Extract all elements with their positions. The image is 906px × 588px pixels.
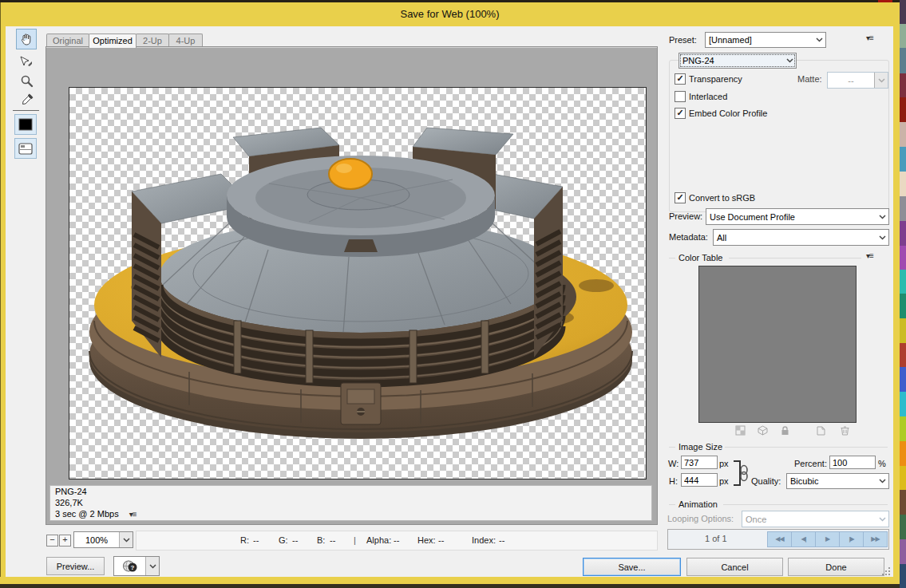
g-value: --	[292, 535, 298, 545]
percent-unit: %	[878, 459, 886, 468]
image-size-title: Image Size	[679, 442, 722, 452]
convert-srgb-label: Convert to sRGB	[689, 193, 755, 203]
map-transparency-icon[interactable]	[734, 425, 746, 436]
tab-original[interactable]: Original	[46, 34, 89, 47]
next-frame-button[interactable]: |▶	[839, 531, 864, 547]
preset-menu-icon[interactable]: ▾≡	[866, 34, 873, 42]
play-button[interactable]: ▶	[815, 531, 840, 547]
color-readout-bar: R: -- G: -- B: -- | Alpha: -- Hex: -- In…	[136, 531, 658, 551]
convert-srgb-checkbox[interactable]: ✓	[675, 192, 686, 203]
zoom-level-value: 100%	[74, 535, 119, 545]
color-table-swatch-area	[698, 266, 857, 423]
slice-select-icon	[19, 55, 34, 68]
width-input[interactable]	[681, 456, 718, 469]
chevron-down-icon	[145, 557, 159, 575]
readout-separator: |	[354, 535, 356, 545]
color-table-title: Color Table	[679, 253, 722, 262]
r-label: R:	[240, 535, 249, 545]
link-dimensions-icon[interactable]	[732, 458, 750, 490]
metadata-select[interactable]: All	[713, 229, 889, 246]
b-label: B:	[317, 535, 325, 545]
desktop-background-strip	[900, 0, 906, 588]
info-menu-icon[interactable]: ▾≡	[129, 510, 136, 519]
web-shift-icon[interactable]	[757, 425, 769, 436]
dialog-title: Save for Web (100%)	[0, 8, 900, 20]
zoom-level-select[interactable]: 100%	[73, 531, 133, 548]
b-value: --	[330, 535, 335, 545]
previous-frame-button[interactable]: ◀|	[791, 531, 816, 547]
optimized-image-canvas[interactable]	[69, 87, 647, 479]
save-button[interactable]: Save...	[583, 558, 681, 576]
matte-label: Matte:	[797, 74, 822, 84]
quality-value: Bicubic	[787, 476, 876, 486]
info-download-rate: 3 sec @ 2 Mbps	[55, 509, 119, 519]
embed-color-profile-checkbox[interactable]: ✓	[675, 108, 686, 119]
first-frame-button[interactable]: ◀◀	[767, 531, 792, 547]
chevron-down-icon	[876, 511, 888, 527]
metadata-label: Metadata:	[669, 232, 708, 242]
format-select[interactable]: PNG-24	[679, 53, 797, 69]
transparency-checkbox[interactable]: ✓	[675, 73, 686, 85]
hand-icon	[19, 32, 34, 46]
looping-options-select[interactable]: Once	[742, 511, 889, 527]
new-color-icon[interactable]	[815, 425, 827, 436]
resize-grip[interactable]	[881, 566, 891, 578]
preview-profile-select[interactable]: Use Document Profile	[706, 208, 889, 225]
hex-label: Hex:	[417, 535, 436, 545]
frame-bottom-edge	[0, 584, 900, 588]
eyedropper-tool[interactable]	[16, 90, 37, 109]
title-bar[interactable]: Save for Web (100%)	[0, 2, 900, 27]
tab-4up[interactable]: 4-Up	[168, 34, 203, 47]
zoom-tool[interactable]	[16, 71, 37, 90]
r-value: --	[253, 535, 259, 545]
eyedropper-color-swatch[interactable]	[14, 114, 37, 135]
info-format: PNG-24	[55, 487, 651, 497]
height-input[interactable]	[681, 473, 718, 487]
preset-select[interactable]: [Unnamed]	[705, 32, 826, 48]
browser-preview-select[interactable]: ?	[113, 556, 160, 576]
transparency-label: Transparency	[689, 74, 742, 84]
chevron-down-icon	[783, 53, 796, 68]
save-for-web-dialog: Save for Web (100%)	[0, 0, 906, 588]
width-label: W:	[668, 459, 679, 468]
looping-options-value: Once	[742, 515, 876, 524]
slice-select-tool[interactable]	[16, 52, 37, 71]
toggle-slices-button[interactable]	[14, 138, 37, 159]
quality-label: Quality:	[751, 476, 781, 486]
chevron-down-icon	[813, 33, 825, 47]
zoom-in-button[interactable]: +	[59, 535, 71, 547]
tab-optimized[interactable]: Optimized	[89, 34, 136, 48]
color-swatch-icon	[18, 118, 33, 131]
lock-color-icon[interactable]	[779, 425, 791, 436]
eyedropper-icon	[20, 93, 34, 107]
done-button[interactable]: Done	[788, 558, 884, 576]
chevron-down-icon	[876, 209, 888, 224]
last-frame-button[interactable]: ▶▶	[863, 531, 888, 547]
zoom-out-button[interactable]: −	[46, 535, 58, 547]
index-value: --	[499, 535, 504, 545]
frame-bottom	[0, 577, 900, 584]
tab-2up[interactable]: 2-Up	[136, 34, 169, 47]
browser-preview-icon: ?	[114, 559, 145, 573]
interlaced-label: Interlaced	[689, 92, 727, 101]
color-table-menu-icon[interactable]: ▾≡	[866, 251, 873, 260]
percent-input[interactable]	[829, 456, 876, 469]
metadata-value: All	[714, 233, 876, 243]
matte-select[interactable]: --	[827, 72, 888, 89]
dialog-body: Original Optimized 2-Up 4-Up	[6, 26, 893, 577]
embed-color-profile-label: Embed Color Profile	[689, 109, 767, 118]
animation-frame-bar: 1 of 1 ◀◀ ◀| ▶ |▶ ▶▶	[667, 529, 889, 550]
width-unit: px	[719, 459, 729, 468]
cancel-button[interactable]: Cancel	[686, 558, 783, 576]
g-label: G:	[279, 535, 288, 545]
hand-tool[interactable]	[16, 29, 37, 49]
format-value: PNG-24	[679, 56, 783, 65]
interlaced-checkbox[interactable]	[675, 91, 686, 102]
animation-title: Animation	[679, 499, 718, 509]
quality-select[interactable]: Bicubic	[786, 473, 889, 489]
height-label: H:	[669, 476, 678, 486]
preview-button[interactable]: Preview...	[46, 557, 105, 575]
delete-color-icon[interactable]	[839, 425, 851, 436]
frame-status: 1 of 1	[705, 534, 727, 543]
looping-options-label: Looping Options:	[667, 514, 734, 523]
